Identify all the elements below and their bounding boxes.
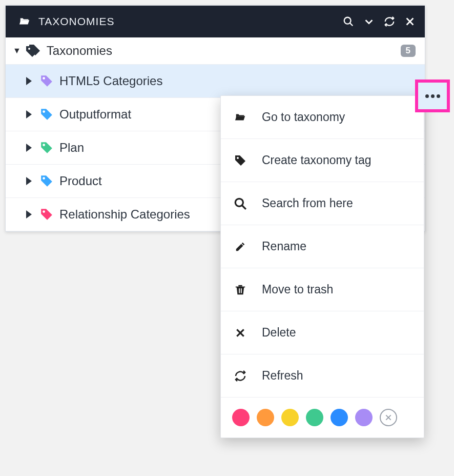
svg-rect-14 [238,285,242,286]
svg-point-1 [344,17,351,24]
collapse-icon: ▼ [13,46,21,55]
color-swatch[interactable] [355,409,373,426]
menu-delete[interactable]: Delete [221,311,424,354]
svg-rect-17 [241,288,242,293]
svg-point-8 [43,144,45,146]
tree-item[interactable]: HTML5 Categories [6,65,425,98]
menu-label: Move to trash [262,283,333,296]
menu-label: Go to taxonomy [262,110,345,124]
menu-label: Refresh [262,369,303,383]
count-badge: 5 [401,45,416,57]
color-swatch[interactable] [257,409,274,426]
tag-icon [40,108,53,121]
color-swatch[interactable] [306,409,323,426]
menu-create-tag[interactable]: Create taxonomy tag [221,139,424,182]
expand-icon [26,110,32,118]
menu-label: Search from here [262,196,353,210]
context-menu: Go to taxonomy Create taxonomy tag Searc… [220,95,424,438]
tree-item-label: Relationship Categories [59,207,190,222]
close-icon [233,328,247,338]
tree-item-label: Product [59,174,102,188]
menu-label: Delete [262,326,296,340]
tree-item-label: Outputformat [59,107,131,122]
folder-open-icon [233,112,247,123]
tree-item-label: Plan [59,141,84,155]
svg-rect-15 [236,286,245,287]
menu-move-to-trash[interactable]: Move to trash [221,268,424,311]
clear-color-button[interactable] [380,409,397,426]
svg-point-12 [235,199,243,206]
expand-icon [26,144,32,152]
menu-label: Create taxonomy tag [262,153,372,167]
tag-icon [40,74,53,88]
tree-item-label: HTML5 Categories [59,74,162,88]
menu-rename[interactable]: Rename [221,225,424,268]
refresh-icon[interactable] [384,16,395,27]
panel-title: TAXONOMIES [38,15,114,28]
menu-label: Rename [262,240,306,253]
expand-icon [26,177,32,185]
close-icon[interactable] [404,16,416,27]
search-icon[interactable] [343,16,354,27]
chevron-down-icon[interactable] [363,16,375,27]
search-icon [233,197,247,210]
menu-go-to-taxonomy[interactable]: Go to taxonomy [221,96,424,139]
tag-icon [40,208,53,221]
panel-header: TAXONOMIES [6,6,425,37]
svg-point-6 [43,77,45,80]
color-swatch[interactable] [232,409,250,426]
color-picker-row [221,398,424,438]
tag-icon [40,174,53,188]
trash-icon [233,284,247,296]
tag-icon [40,141,53,154]
tag-icon [233,154,247,167]
expand-icon [26,210,32,219]
tree-root-label: Taxonomies [47,44,112,58]
svg-point-11 [237,157,239,159]
row-actions-button[interactable] [415,80,450,112]
refresh-icon [233,370,247,382]
menu-refresh[interactable]: Refresh [221,354,424,398]
expand-icon [26,77,32,85]
tags-icon [26,45,42,57]
menu-search-here[interactable]: Search from here [221,182,424,225]
pencil-icon [233,241,247,252]
color-swatch[interactable] [331,409,348,426]
svg-line-13 [242,205,246,209]
svg-point-7 [43,110,45,113]
folder-open-icon [18,16,31,27]
svg-line-2 [350,23,353,26]
tree-root[interactable]: ▼ Taxonomies 5 [6,37,425,65]
svg-point-10 [43,210,45,213]
svg-rect-16 [239,288,240,293]
svg-point-9 [43,177,45,180]
svg-point-5 [28,48,30,50]
ellipsis-icon [425,94,440,98]
color-swatch[interactable] [281,409,299,426]
